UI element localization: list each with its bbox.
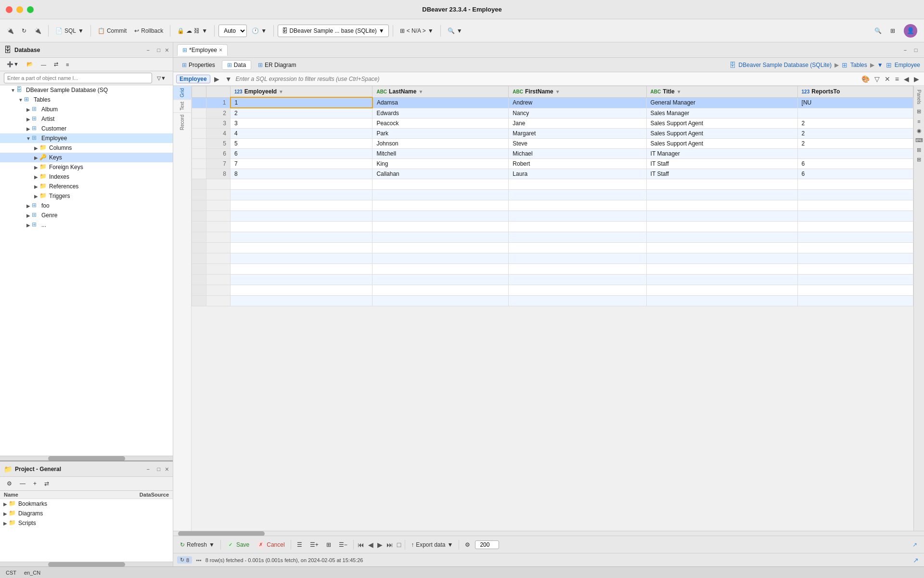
nav-prev-button[interactable]: ◀ xyxy=(367,540,374,550)
cell-title[interactable]: IT Staff xyxy=(646,159,797,169)
project-collapse-button[interactable]: — xyxy=(17,478,28,489)
filter-options-button[interactable]: ▽ xyxy=(873,74,882,84)
tree-item-columns[interactable]: ▶ 📁 Columns xyxy=(0,143,173,153)
tree-scrollbar[interactable] xyxy=(0,456,173,460)
record-view-label[interactable]: Record xyxy=(173,112,191,132)
schema-selector[interactable]: ⊞ < N/A > ▼ xyxy=(397,26,436,36)
cell-last-name[interactable]: Peacock xyxy=(372,118,509,129)
tree-item-foo[interactable]: ▶ ⊞ foo xyxy=(0,201,173,210)
employee-tab-close-button[interactable]: × xyxy=(219,47,222,53)
tree-toggle-root[interactable]: ▼ xyxy=(10,87,16,93)
disconnect-button[interactable]: 🔌 xyxy=(31,26,44,36)
tree-item-indexes[interactable]: ▶ 📁 Indexes xyxy=(0,172,173,182)
settings-button[interactable]: ⚙ xyxy=(462,540,473,550)
filter-clear-button[interactable]: ✕ xyxy=(883,74,892,84)
cell-last-name[interactable]: Callahan xyxy=(372,169,509,179)
project-toggle-bookmarks[interactable]: ▶ xyxy=(2,500,9,507)
tree-toggle-artist[interactable]: ▶ xyxy=(25,116,32,122)
open-folder-button[interactable]: 📂 xyxy=(24,59,36,69)
export-data-button[interactable]: ↑ Export data ▼ xyxy=(408,540,456,550)
breadcrumb-tables-dropdown[interactable]: ▼ xyxy=(877,62,883,68)
reports-to-header[interactable]: 123 ReportsTo xyxy=(797,86,913,98)
minimize-panel-button[interactable]: − xyxy=(144,46,153,54)
title-sort-icon[interactable]: ▼ xyxy=(677,89,681,94)
tree-toggle-customer[interactable]: ▶ xyxy=(25,125,32,132)
refresh-navigator-button[interactable]: ↻ xyxy=(19,26,29,36)
right-strip-btn-3[interactable]: ◉ xyxy=(915,127,924,135)
last-name-header[interactable]: ABC LastName ▼ xyxy=(372,86,509,98)
cell-employee-id[interactable]: 6 xyxy=(231,149,372,159)
database-tree[interactable]: ▼ 🗄 DBeaver Sample Database (SQ ▼ ⊞ Tabl… xyxy=(0,85,173,456)
search-button[interactable]: 🔍 xyxy=(872,26,885,36)
new-object-button[interactable]: ➕▼ xyxy=(4,59,22,69)
window-minimize-button[interactable] xyxy=(16,6,23,13)
tree-root-db[interactable]: ▼ 🗄 DBeaver Sample Database (SQ xyxy=(0,85,173,95)
row-limit-input[interactable] xyxy=(475,540,499,549)
cell-reports-to[interactable]: 2 xyxy=(797,139,913,149)
nav-page-button[interactable]: □ xyxy=(396,540,402,550)
cell-employee-id[interactable]: 4 xyxy=(231,129,372,139)
cell-first-name[interactable]: Jane xyxy=(509,118,646,129)
tree-toggle-indexes[interactable]: ▶ xyxy=(33,173,39,180)
tree-toggle-keys[interactable]: ▶ xyxy=(33,154,39,161)
right-strip-btn-1[interactable]: ⊞ xyxy=(915,107,924,116)
tree-toggle-more[interactable]: ▶ xyxy=(25,222,32,228)
tree-item-genre[interactable]: ▶ ⊞ Genre xyxy=(0,210,173,220)
cell-employee-id[interactable]: 8 xyxy=(231,169,372,179)
save-button[interactable]: ✓ Save xyxy=(224,539,252,550)
table-row[interactable]: 44ParkMargaretSales Support Agent2 xyxy=(192,129,913,139)
cell-reports-to[interactable] xyxy=(797,149,913,159)
export-result-button[interactable]: ↗ xyxy=(910,540,920,550)
cell-title[interactable]: Sales Support Agent xyxy=(646,139,797,149)
rollback-button[interactable]: ↩ Rollback xyxy=(131,26,166,36)
tree-item-employee[interactable]: ▼ ⊞ Employee xyxy=(0,133,173,143)
tree-toggle-references[interactable]: ▶ xyxy=(33,183,39,190)
commit-button[interactable]: 📋 Commit xyxy=(95,26,129,36)
right-strip-btn-4[interactable]: ⌨ xyxy=(915,136,924,145)
search-everywhere-button[interactable]: 🔍 ▼ xyxy=(445,26,465,36)
table-row[interactable]: 33PeacockJaneSales Support Agent2 xyxy=(192,118,913,129)
table-row[interactable]: 55JohnsonSteveSales Support Agent2 xyxy=(192,139,913,149)
table-row[interactable]: 66MitchellMichaelIT Manager xyxy=(192,149,913,159)
right-strip-btn-6[interactable]: ⊞ xyxy=(915,156,924,164)
tree-item-references[interactable]: ▶ 📁 References xyxy=(0,182,173,191)
tree-item-album[interactable]: ▶ ⊞ Album xyxy=(0,105,173,114)
filter-custom-button[interactable]: ≡ xyxy=(893,74,901,84)
data-tab[interactable]: ⊞ Data xyxy=(222,60,251,70)
cell-last-name[interactable]: Johnson xyxy=(372,139,509,149)
project-settings-button[interactable]: ⚙ xyxy=(4,478,15,489)
cell-title[interactable]: Sales Support Agent xyxy=(646,129,797,139)
cell-title[interactable]: Sales Support Agent xyxy=(646,118,797,129)
tree-item-foreign-keys[interactable]: ▶ 📁 Foreign Keys xyxy=(0,162,173,172)
project-sync-button[interactable]: ⇄ xyxy=(41,478,52,489)
project-item-scripts[interactable]: ▶ 📁 Scripts xyxy=(0,518,173,528)
table-row[interactable]: 11AdamsaAndrewGeneral Manager[NU xyxy=(192,97,913,108)
copy-row-button[interactable]: ⊞ xyxy=(323,540,334,550)
refresh-button[interactable]: ↻ Refresh ▼ xyxy=(177,540,218,550)
project-item-diagrams[interactable]: ▶ 📁 Diagrams xyxy=(0,509,173,518)
table-row[interactable]: 22EdwardsNancySales Manager xyxy=(192,108,913,118)
window-close-button[interactable] xyxy=(6,6,13,13)
db-selector[interactable]: 🗄 DBeaver Sample ... base (SQLite) ▼ xyxy=(278,25,389,37)
tree-item-more[interactable]: ▶ ⊞ ... xyxy=(0,220,173,230)
cell-last-name[interactable]: Park xyxy=(372,129,509,139)
filter-sql-input[interactable] xyxy=(236,76,858,82)
close-database-panel-button[interactable]: × xyxy=(165,46,169,54)
filter-dropdown-button[interactable]: ▼ xyxy=(223,74,234,84)
status-export-button[interactable]: ↗ xyxy=(911,556,920,565)
project-scrollbar[interactable] xyxy=(0,562,173,566)
filter-nav-prev-button[interactable]: ◀ xyxy=(902,74,911,84)
first-name-sort-icon[interactable]: ▼ xyxy=(555,89,560,94)
filter-apply-button[interactable]: 🎨 xyxy=(860,74,872,84)
project-tree[interactable]: ▶ 📁 Bookmarks ▶ 📁 Diagrams ▶ 📁 Scripts xyxy=(0,499,173,562)
employee-id-header[interactable]: 123 EmployeeId ▼ xyxy=(231,86,372,98)
appearance-button[interactable]: ⊞ xyxy=(887,26,898,36)
sync-button[interactable]: ⇄ xyxy=(51,59,61,69)
cell-employee-id[interactable]: 1 xyxy=(231,97,372,108)
project-toggle-diagrams[interactable]: ▶ xyxy=(2,510,9,517)
tree-toggle-columns[interactable]: ▶ xyxy=(33,144,39,151)
last-name-sort-icon[interactable]: ▼ xyxy=(418,89,423,94)
auto-commit-selector[interactable]: Auto xyxy=(218,25,247,37)
project-toggle-scripts[interactable]: ▶ xyxy=(2,520,9,526)
filter-run-button[interactable]: ▶ xyxy=(212,74,221,84)
